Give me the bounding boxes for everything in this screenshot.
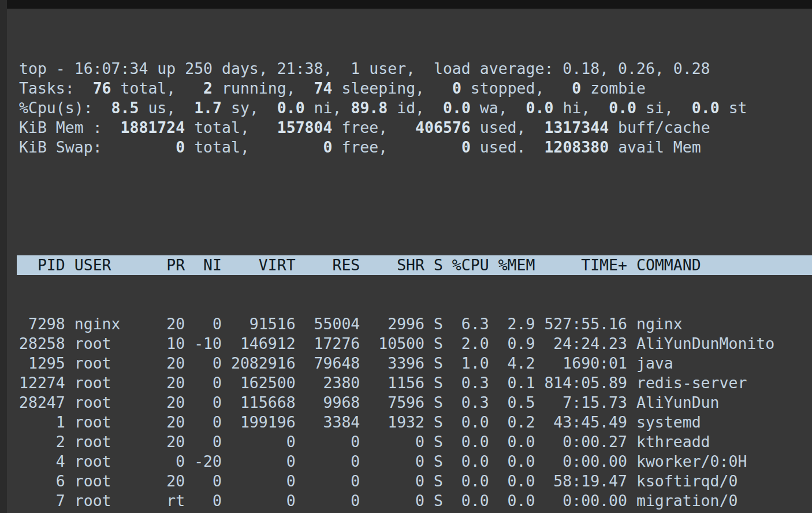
process-row-6: 6 root 20 0 0 0 0 S 0.0 0.0 58:19.47 kso… bbox=[19, 471, 812, 491]
cpu-line: %Cpu(s): 8.5 us, 1.7 sy, 0.0 ni, 89.8 id… bbox=[19, 98, 812, 118]
summary-section: top - 16:07:34 up 250 days, 21:38, 1 use… bbox=[19, 59, 812, 157]
tasks-line: Tasks: 76 total, 2 running, 74 sleeping,… bbox=[19, 79, 812, 98]
process-row-8: 8 root 20 0 0 0 0 S 0.0 0.0 0:00.00 rcu_… bbox=[19, 511, 812, 513]
process-row-2: 2 root 20 0 0 0 0 S 0.0 0.0 0:00.27 kthr… bbox=[19, 432, 812, 452]
process-row-1: 1 root 20 0 199196 3384 1932 S 0.0 0.2 4… bbox=[19, 412, 812, 432]
message-line bbox=[19, 196, 812, 216]
process-row-28247: 28247 root 20 0 115668 9968 7596 S 0.3 0… bbox=[19, 393, 812, 412]
terminal-screen: top - 16:07:34 up 250 days, 21:38, 1 use… bbox=[0, 0, 812, 513]
process-table-rows: 7298 nginx 20 0 91516 55004 2996 S 6.3 2… bbox=[19, 314, 812, 513]
swap-line: KiB Swap: 0 total, 0 free, 0 used. 12083… bbox=[19, 137, 812, 157]
process-row-7298: 7298 nginx 20 0 91516 55004 2996 S 6.3 2… bbox=[19, 314, 812, 334]
window-top-bar bbox=[7, 0, 812, 9]
process-row-28258: 28258 root 10 -10 146912 17276 10500 S 2… bbox=[19, 334, 812, 354]
process-row-4: 4 root 0 -20 0 0 0 S 0.0 0.0 0:00.00 kwo… bbox=[19, 452, 812, 471]
process-row-1295: 1295 root 20 0 2082916 79648 3396 S 1.0 … bbox=[19, 354, 812, 373]
top-command-output[interactable]: top - 16:07:34 up 250 days, 21:38, 1 use… bbox=[7, 9, 812, 513]
mem-line: KiB Mem : 1881724 total, 157804 free, 40… bbox=[19, 118, 812, 137]
uptime-line: top - 16:07:34 up 250 days, 21:38, 1 use… bbox=[19, 59, 812, 79]
process-row-7: 7 root rt 0 0 0 0 S 0.0 0.0 0:00.00 migr… bbox=[19, 491, 812, 511]
process-row-12274: 12274 root 20 0 162500 2380 1156 S 0.3 0… bbox=[19, 373, 812, 393]
terminal-left-edge bbox=[0, 0, 7, 513]
process-table-header[interactable]: PID USER PR NI VIRT RES SHR S %CPU %MEM … bbox=[17, 255, 812, 275]
